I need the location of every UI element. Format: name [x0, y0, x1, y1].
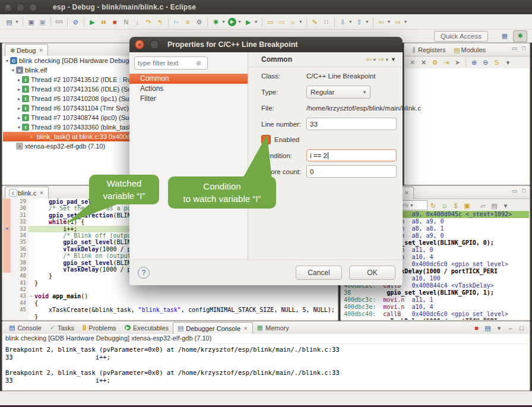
- expander-icon[interactable]: ▸: [16, 96, 22, 102]
- tab-executables[interactable]: ▶Executables: [121, 322, 173, 334]
- previous-annotation-icon-dropdown[interactable]: ▼: [365, 20, 369, 24]
- save-all-icon[interactable]: ▣: [37, 17, 48, 27]
- forward-dropdown-icon[interactable]: ▼: [385, 58, 390, 62]
- resume-icon[interactable]: ▶: [87, 17, 97, 27]
- ok-button[interactable]: OK: [349, 266, 395, 280]
- open-resource-icon[interactable]: ▭: [277, 17, 287, 27]
- minimize-maximize-icons[interactable]: ▭ □: [512, 188, 527, 194]
- tab-modules[interactable]: ▤ Modules: [449, 44, 490, 56]
- back-icon[interactable]: ⇦: [366, 55, 372, 64]
- condition-input[interactable]: i == 2: [306, 149, 397, 162]
- show-source-icon[interactable]: $: [451, 201, 461, 210]
- instruction-step-icon[interactable]: i→: [172, 17, 182, 27]
- tab-problems[interactable]: !Problems: [78, 322, 121, 334]
- type-select[interactable]: Regular ▼: [306, 86, 370, 99]
- debug-tree-item[interactable]: ▾eblink.elf: [3, 65, 131, 75]
- search-icon-dropdown[interactable]: ▼: [299, 20, 303, 24]
- close-tab-icon[interactable]: ✕: [243, 326, 248, 332]
- minimize-icon[interactable]: –: [505, 323, 515, 333]
- expander-icon[interactable]: ▾: [10, 68, 16, 73]
- mark-occurrences-icon[interactable]: ✎: [310, 17, 320, 27]
- dialog-minimize-button[interactable]: [150, 40, 159, 49]
- expander-icon[interactable]: ▾: [4, 58, 10, 64]
- close-tab-icon[interactable]: ✕: [39, 190, 44, 196]
- home-icon[interactable]: ⌂: [439, 201, 449, 210]
- debug-tree-item[interactable]: ▸tThread #5 1073410208 (ipc1) (Suspended…: [3, 94, 131, 103]
- save-icon[interactable]: ▣: [26, 17, 36, 27]
- terminate-console-icon[interactable]: ■: [471, 323, 482, 333]
- back-icon-dropdown[interactable]: ▼: [387, 20, 391, 24]
- tab-debug[interactable]: ✱ Debug ✕: [5, 44, 48, 56]
- debug-tree-item[interactable]: ▸tThread #6 1073431104 (Tmr Svc) (Suspen…: [3, 103, 131, 113]
- debug-tree-item[interactable]: ▸tThread #3 1073413156 (IDLE) (Suspended…: [3, 84, 131, 94]
- step-filters-icon[interactable]: ⚙: [194, 17, 204, 27]
- import-registers-icon[interactable]: ⇥: [441, 58, 451, 67]
- display-console-icon[interactable]: ▤: [483, 323, 493, 333]
- expander-icon[interactable]: ▸: [16, 106, 22, 111]
- expander-icon[interactable]: ▸: [16, 77, 22, 83]
- new-wizard-icon[interactable]: ▤: [4, 17, 14, 27]
- debug-icon[interactable]: ✱: [211, 17, 221, 27]
- clear-filter-icon[interactable]: ⊗: [196, 59, 201, 67]
- external-tools-icon[interactable]: ▶: [243, 17, 254, 27]
- window-minimize-button[interactable]: –: [16, 3, 25, 12]
- close-tab-icon[interactable]: ✕: [39, 48, 43, 53]
- view-menu-icon[interactable]: ▼: [391, 56, 397, 62]
- remove-group-icon[interactable]: ⊖: [480, 58, 490, 67]
- add-group-icon[interactable]: ⊕: [469, 58, 479, 67]
- help-button[interactable]: ?: [138, 267, 150, 279]
- close-tab-icon[interactable]: ✕: [404, 190, 409, 196]
- next-annotation-icon[interactable]: ⇩: [338, 17, 348, 27]
- open-element-icon[interactable]: ▭: [265, 17, 276, 27]
- console-output[interactable]: Breakpoint 2, blink_task (pvParameter=0x…: [3, 344, 529, 384]
- tab-console[interactable]: ▤Console: [5, 322, 46, 334]
- forward-icon[interactable]: ⇨: [378, 55, 385, 64]
- skip-all-breakpoints-icon[interactable]: ⊘: [71, 17, 81, 27]
- tab-tasks[interactable]: ✓Tasks: [46, 322, 78, 334]
- ignore-count-input[interactable]: 0: [306, 165, 397, 178]
- debug-tree-item[interactable]: ›xtensa-esp32-elf-gdb (7.10): [3, 141, 131, 151]
- tab-debugger-console[interactable]: ▤Debugger Console✕: [173, 322, 253, 335]
- line-number-input[interactable]: 33: [306, 118, 397, 130]
- next-annotation-icon-dropdown[interactable]: ▼: [349, 20, 353, 24]
- filter-input[interactable]: [135, 59, 196, 67]
- remove-all-icon[interactable]: ✕: [419, 58, 429, 67]
- expander-icon[interactable]: ▾: [16, 125, 22, 130]
- run-icon[interactable]: ▶: [228, 18, 236, 26]
- expander-icon[interactable]: ▸: [16, 115, 22, 121]
- select-icon[interactable]: ➤: [452, 58, 463, 67]
- external-tools-icon-dropdown[interactable]: ▼: [254, 20, 258, 24]
- sync-pc-icon[interactable]: ▣: [462, 201, 472, 210]
- back-icon[interactable]: ⇦: [376, 17, 387, 27]
- open-perspective-icon[interactable]: ▦: [498, 31, 511, 42]
- maximize-icon[interactable]: □: [517, 323, 527, 333]
- tab-blink-c[interactable]: c blink.c ✕: [5, 187, 49, 199]
- tab-memory[interactable]: ▦Memory: [253, 322, 293, 334]
- debug-icon-dropdown[interactable]: ▼: [221, 20, 226, 24]
- window-maximize-button[interactable]: ▢: [28, 3, 37, 12]
- run-icon-dropdown[interactable]: ▼: [238, 20, 242, 24]
- debug-perspective-icon[interactable]: ✱: [513, 30, 527, 42]
- search-icon[interactable]: ⌕: [288, 17, 298, 27]
- dialog-nav-common[interactable]: Common: [129, 74, 248, 84]
- register-groups-icon[interactable]: ⚙: [430, 58, 440, 67]
- dialog-nav-actions[interactable]: Actions: [129, 84, 248, 94]
- enabled-checkbox[interactable]: ✓: [261, 135, 271, 144]
- expander-icon[interactable]: ▸: [16, 87, 22, 92]
- view-menu-icon[interactable]: ▾: [501, 201, 511, 210]
- debug-tree-item[interactable]: ▸tThread #2 1073413512 (IDLE : Running): [3, 75, 131, 84]
- dialog-close-button[interactable]: ✕: [135, 40, 144, 49]
- forward-icon[interactable]: ⇨: [393, 17, 403, 27]
- minimize-maximize-icons[interactable]: ▭ □: [512, 45, 527, 51]
- terminate-icon[interactable]: ■: [110, 17, 120, 27]
- fold-icon[interactable]: −: [28, 293, 34, 299]
- breakpoint-pointer-icon[interactable]: ➜: [3, 226, 11, 232]
- cancel-button[interactable]: Cancel: [296, 266, 342, 280]
- window-close-button[interactable]: ✕: [4, 3, 12, 12]
- dialog-nav-filter[interactable]: Filter: [129, 94, 248, 104]
- suspend-icon[interactable]: ▮▮: [99, 17, 109, 27]
- new-view-icon[interactable]: ▱: [478, 201, 488, 210]
- previous-annotation-icon[interactable]: ⇧: [354, 17, 365, 27]
- console-dd-icon[interactable]: ▾: [494, 323, 504, 333]
- drop-to-frame-icon[interactable]: ≡: [183, 17, 193, 27]
